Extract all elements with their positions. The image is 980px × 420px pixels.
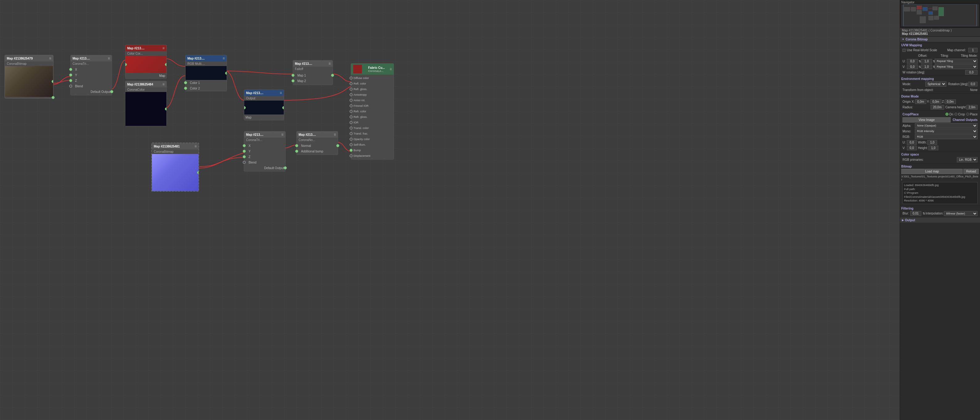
node-bitmap-481[interactable]: Map #2138625481 ≡ CoronaBitmap (151, 143, 199, 192)
port-x[interactable] (243, 144, 246, 147)
port-blend[interactable] (69, 84, 72, 88)
rgb-select[interactable]: RGB (915, 134, 978, 139)
port-output[interactable] (284, 166, 287, 170)
node-menu[interactable]: ≡ (390, 67, 392, 71)
port-z[interactable] (69, 79, 72, 82)
nav-minimap[interactable] (901, 4, 979, 26)
origin-x-input[interactable] (915, 99, 926, 104)
node-menu[interactable]: ≡ (162, 46, 165, 50)
mode-select[interactable]: Spherical (925, 81, 947, 87)
port-fresnel[interactable] (350, 104, 353, 108)
mono-select[interactable]: RGB Intensity (915, 129, 978, 134)
port-refr-color[interactable] (350, 110, 353, 113)
v-offset-input[interactable] (907, 65, 918, 69)
node-triplanar1[interactable]: Map #213.... ≡ CoronaTri... X Y Z Blend … (70, 55, 112, 95)
port-opacity[interactable] (350, 138, 353, 141)
port-diffuse[interactable] (350, 76, 353, 79)
origin-z-input[interactable] (945, 99, 956, 104)
reload-btn[interactable]: Reload (963, 169, 979, 174)
node-bitmap-main[interactable]: Map #2138625479 ≡ CoronaBitmap (5, 55, 53, 98)
port-color1[interactable] (184, 81, 187, 84)
crop-radio[interactable] (955, 113, 958, 116)
port-refl-color[interactable] (350, 82, 353, 85)
port-out[interactable] (282, 106, 284, 109)
node-menu[interactable]: ≡ (194, 144, 197, 149)
port-output[interactable] (110, 90, 113, 93)
v-tiling-mode-select[interactable]: Repeat Tiling (935, 64, 978, 69)
place-radio[interactable] (966, 113, 969, 116)
port-out[interactable] (331, 74, 334, 77)
rotation-input[interactable] (968, 82, 978, 86)
port-aniso-rot[interactable] (350, 99, 353, 102)
node-menu[interactable]: ≡ (223, 56, 225, 60)
on-radio[interactable] (945, 113, 948, 116)
port-map-out[interactable] (165, 63, 166, 66)
node-menu[interactable]: ≡ (329, 62, 331, 66)
node-color-correct[interactable]: Map #213.... ≡ Color Cor... Map (125, 45, 167, 79)
port-aniso[interactable] (350, 93, 353, 96)
port-out[interactable] (225, 71, 227, 74)
output-port-bottom[interactable] (52, 96, 55, 99)
on-option[interactable]: On (945, 113, 953, 116)
port-refr-gloss[interactable] (350, 116, 353, 119)
v-crop-input[interactable] (907, 146, 917, 150)
node-menu[interactable]: ≡ (162, 82, 165, 86)
u-offset-input[interactable] (907, 59, 918, 63)
port-map2[interactable] (291, 79, 294, 82)
port-y[interactable] (69, 73, 72, 76)
camera-height-input[interactable] (966, 105, 978, 109)
v-tiling-input[interactable] (921, 65, 932, 69)
radius-input[interactable] (931, 105, 944, 109)
port-bump[interactable] (350, 149, 353, 152)
port-map-in[interactable] (126, 63, 127, 66)
w-rot-input[interactable] (965, 70, 978, 74)
node-menu[interactable]: ≡ (280, 91, 282, 95)
height-input[interactable] (928, 146, 938, 150)
port-blend[interactable] (243, 161, 246, 164)
node-fabric[interactable]: Fabric Cu... CoronaLe... ≡ Diffuse color… (351, 63, 394, 160)
port-out[interactable] (165, 108, 166, 111)
node-menu[interactable]: ≡ (108, 56, 110, 60)
port-refl-gloss[interactable] (350, 88, 353, 91)
real-world-scale-checkbox[interactable] (902, 49, 905, 52)
port-color2[interactable] (184, 87, 187, 90)
crop-option[interactable]: Crop (955, 113, 965, 116)
node-menu[interactable]: ≡ (281, 132, 283, 137)
node-falloff[interactable]: Map #213.... ≡ Falloff Map 1 Map 2 (293, 60, 333, 85)
node-menu[interactable]: ≡ (49, 56, 51, 60)
node-corona-normal[interactable]: Map #213.... ≡ CoronaNo... Normal Additi… (296, 131, 338, 155)
port-map-in[interactable] (244, 106, 246, 109)
port-z[interactable] (243, 155, 246, 158)
port-y[interactable] (243, 150, 246, 153)
port-normal[interactable] (295, 144, 298, 147)
place-option[interactable]: Place (966, 113, 978, 116)
port-transl-color[interactable] (350, 127, 353, 130)
output-section-header[interactable]: ▶ Output (900, 217, 980, 223)
node-corona-color[interactable]: Map #2138625484 ≡ CoronaColor (125, 81, 167, 126)
origin-y-input[interactable] (930, 99, 942, 104)
width-input[interactable] (927, 140, 937, 145)
view-image-btn[interactable]: View Image (902, 117, 951, 122)
port-x[interactable] (69, 68, 72, 71)
u-tiling-mode-select[interactable]: Repeat Tiling (935, 59, 978, 63)
port-out[interactable] (336, 144, 339, 147)
port-ior[interactable] (350, 121, 353, 124)
port-transl-frac[interactable] (350, 132, 353, 135)
load-map-btn[interactable]: Load map (901, 169, 963, 174)
alpha-select[interactable]: None (Opaque) (915, 123, 978, 128)
node-rgb-multi[interactable]: Map #213.... ≡ RGB Multi.... Color 1 Col… (185, 55, 227, 91)
node-output[interactable]: Map #213.... ≡ Output Map (244, 89, 284, 120)
node-menu[interactable]: ≡ (334, 132, 336, 137)
port-additional-bump[interactable] (295, 150, 298, 153)
port-out[interactable] (197, 171, 199, 174)
corona-bitmap-section-header[interactable]: ▼ Corona Bitmap (900, 37, 980, 42)
u-crop-input[interactable] (907, 140, 917, 145)
primaries-select[interactable]: Lin. RGB (957, 157, 978, 162)
port-self-illum[interactable] (350, 143, 353, 146)
node-editor[interactable]: Map #2138625479 ≡ CoronaBitmap Map #213.… (0, 0, 900, 420)
port-displacement[interactable] (350, 154, 353, 157)
output-port[interactable] (52, 80, 53, 83)
blur-input[interactable] (910, 211, 921, 216)
u-tiling-input[interactable] (921, 59, 932, 63)
map-channel-input[interactable] (968, 48, 978, 52)
